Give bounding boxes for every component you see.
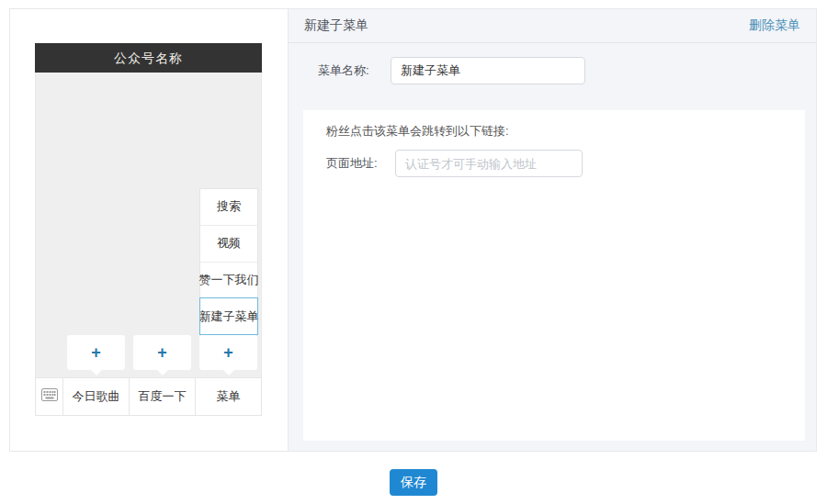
submenu-item-new-submenu-selected[interactable]: 新建子菜单 bbox=[200, 298, 257, 334]
page-url-input[interactable] bbox=[395, 150, 583, 177]
menu-name-label: 菜单名称: bbox=[318, 57, 369, 84]
keyboard-icon bbox=[41, 388, 58, 405]
menu-name-row: 菜单名称: bbox=[289, 57, 816, 84]
plus-icon: + bbox=[91, 344, 101, 361]
keyboard-toggle[interactable] bbox=[36, 378, 63, 415]
page-url-label: 页面地址: bbox=[326, 150, 378, 177]
add-submenu-button-2[interactable]: + bbox=[133, 335, 191, 370]
add-submenu-button-3[interactable]: + bbox=[199, 335, 257, 370]
menu-tab-today-song[interactable]: 今日歌曲 bbox=[63, 378, 130, 415]
account-name-header: 公众号名称 bbox=[35, 43, 262, 73]
add-submenu-button-1[interactable]: + bbox=[67, 335, 125, 370]
menu-tab-baidu[interactable]: 百度一下 bbox=[130, 378, 196, 415]
link-settings-box: 粉丝点击该菜单会跳转到以下链接: 页面地址: bbox=[303, 110, 805, 441]
submenu-item-video[interactable]: 视频 bbox=[200, 226, 257, 263]
menu-tab-menu[interactable]: 菜单 bbox=[196, 378, 261, 415]
page-url-row: 页面地址: bbox=[303, 150, 805, 177]
menu-edit-panel: 新建子菜单 删除菜单 菜单名称: 粉丝点击该菜单会跳转到以下链接: 页面地址: bbox=[289, 9, 816, 451]
submenu-popup: 搜索 视频 赞一下我们 新建子菜单 bbox=[199, 188, 258, 335]
plus-icon: + bbox=[157, 344, 167, 361]
editor-header: 新建子菜单 删除菜单 bbox=[289, 9, 816, 43]
submenu-item-like-us[interactable]: 赞一下我们 bbox=[200, 263, 257, 299]
save-bar: 保存 bbox=[0, 469, 827, 496]
delete-menu-link[interactable]: 删除菜单 bbox=[749, 17, 800, 34]
plus-icon: + bbox=[223, 344, 233, 361]
editor-title: 新建子菜单 bbox=[304, 17, 368, 34]
menu-editor-window: 公众号名称 bbox=[9, 8, 817, 452]
phone-menu-bar: 今日歌曲 百度一下 菜单 bbox=[35, 377, 262, 416]
phone-preview-panel: 公众号名称 bbox=[10, 9, 289, 451]
menu-name-input[interactable] bbox=[391, 57, 585, 84]
submenu-item-search[interactable]: 搜索 bbox=[200, 189, 257, 226]
save-button[interactable]: 保存 bbox=[390, 469, 437, 496]
link-hint-text: 粉丝点击该菜单会跳转到以下链接: bbox=[326, 123, 509, 140]
